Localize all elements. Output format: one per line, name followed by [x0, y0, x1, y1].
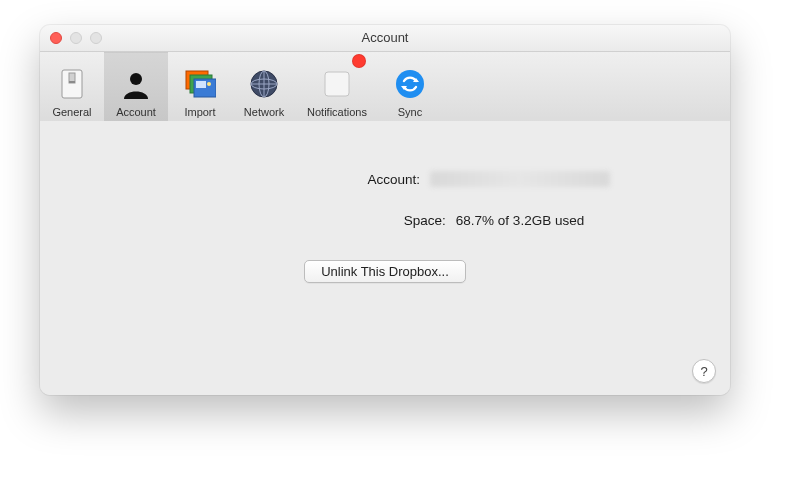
- notification-badge: [352, 54, 366, 68]
- svg-point-8: [207, 82, 211, 86]
- help-button[interactable]: ?: [692, 359, 716, 383]
- minimize-window-button: [70, 32, 82, 44]
- tab-general[interactable]: General: [40, 52, 104, 122]
- window-controls: [50, 32, 102, 44]
- account-pane: Account: Space: 68.7% of 3.2GB used Unli…: [40, 121, 730, 395]
- tab-network[interactable]: Network: [232, 52, 296, 122]
- tab-label: Account: [116, 106, 156, 118]
- sync-icon: [393, 67, 427, 101]
- svg-rect-14: [325, 72, 349, 96]
- unlink-dropbox-button[interactable]: Unlink This Dropbox...: [304, 260, 466, 283]
- tab-label: Import: [184, 106, 215, 118]
- svg-rect-7: [196, 81, 206, 88]
- account-row: Account:: [160, 171, 610, 187]
- svg-rect-2: [69, 81, 75, 83]
- tab-label: Network: [244, 106, 284, 118]
- svg-point-3: [130, 73, 142, 85]
- notification-tile-icon: [320, 67, 354, 101]
- space-label: Space:: [186, 213, 456, 228]
- window-title: Account: [40, 25, 730, 51]
- preferences-window: Account General Account: [40, 25, 730, 395]
- zoom-window-button: [90, 32, 102, 44]
- person-icon: [119, 67, 153, 101]
- tab-notifications[interactable]: Notifications: [296, 52, 378, 122]
- switch-icon: [55, 67, 89, 101]
- close-window-button[interactable]: [50, 32, 62, 44]
- account-value-redacted: [430, 171, 610, 187]
- account-label: Account:: [160, 172, 430, 187]
- globe-network-icon: [247, 67, 281, 101]
- space-value: 68.7% of 3.2GB used: [456, 213, 584, 228]
- tab-account[interactable]: Account: [104, 52, 168, 122]
- tab-sync[interactable]: Sync: [378, 52, 442, 122]
- titlebar: Account: [40, 25, 730, 52]
- svg-point-15: [396, 70, 424, 98]
- tab-import[interactable]: Import: [168, 52, 232, 122]
- space-row: Space: 68.7% of 3.2GB used: [186, 213, 584, 228]
- photos-stack-icon: [183, 67, 217, 101]
- tab-label: Sync: [398, 106, 422, 118]
- preferences-toolbar: General Account Import: [40, 52, 730, 123]
- tab-label: Notifications: [307, 106, 367, 118]
- tab-label: General: [52, 106, 91, 118]
